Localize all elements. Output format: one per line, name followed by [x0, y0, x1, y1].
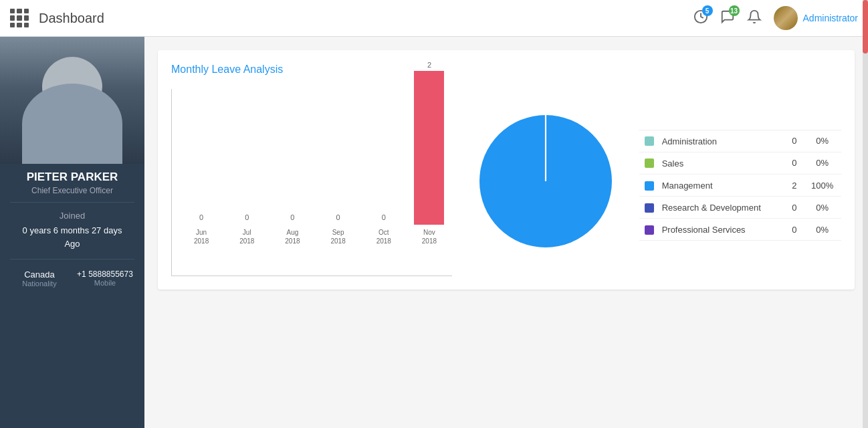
legend-name-text: Administration [662, 136, 717, 146]
header: Dashboard 5 13 Administrator [0, 0, 868, 37]
legend: Administration 0 0% Sales 0 0% Managemen… [639, 124, 841, 241]
bar-value: 2 [427, 61, 431, 69]
legend-count: 0 [786, 197, 804, 219]
legend-row: Management 2 100% [639, 174, 841, 196]
legend-percent: 0% [803, 219, 841, 241]
legend-color-dot [645, 203, 654, 213]
legend-dept-name: Professional Services [639, 219, 786, 241]
legend-count: 0 [786, 152, 804, 174]
profile-job-title: Chief Executive Officer [0, 186, 144, 202]
legend-dept-name: Sales [639, 152, 786, 174]
legend-row: Sales 0 0% [639, 152, 841, 174]
bar-label: Aug2018 [285, 228, 300, 245]
legend-row: Research & Development 0 0% [639, 197, 841, 219]
nationality-label: Nationality [7, 280, 72, 288]
chart-title: Monthly Leave Analysis [171, 64, 841, 76]
joined-duration: 0 years 6 months 27 days [0, 224, 144, 239]
legend-color-dot [645, 136, 654, 146]
joined-label: Joined [0, 203, 144, 224]
bar-value: 0 [382, 213, 386, 221]
bar-value: 0 [290, 213, 294, 221]
profile-name: PIETER PARKER [0, 164, 144, 186]
legend-name-text: Professional Services [662, 225, 746, 235]
legend-color-dot [645, 158, 654, 168]
chart-area: 0 Jun2018 0 Jul2018 0 Aug2018 0 Sep2018 … [171, 89, 841, 276]
legend-row: Professional Services 0 0% [639, 219, 841, 241]
legend-header-pct [803, 124, 841, 130]
pie-chart [472, 108, 619, 257]
scrollbar[interactable] [863, 0, 868, 428]
bar-label: Sep2018 [330, 228, 345, 245]
header-actions: 5 13 Administrator [693, 6, 858, 30]
page-title: Dashboard [39, 11, 693, 26]
user-menu[interactable]: Administrator [774, 6, 858, 30]
bell-icon [747, 9, 762, 24]
mobile-label: Mobile [72, 279, 138, 287]
legend-row: Administration 0 0% [639, 130, 841, 152]
legend-header-count [786, 124, 804, 130]
legend-name-text: Research & Development [662, 203, 761, 213]
legend-count: 2 [786, 174, 804, 196]
chat-badge: 13 [729, 5, 740, 16]
bar-label: Nov2018 [422, 228, 437, 245]
legend-dept-name: Management [639, 174, 786, 196]
bar-value: 0 [199, 213, 203, 221]
bar-group: 0 Jun2018 [179, 213, 224, 245]
legend-percent: 100% [803, 174, 841, 196]
legend-color-dot [645, 225, 654, 235]
bar-rect [368, 223, 399, 225]
bar-rect [232, 223, 262, 225]
legend-count: 0 [786, 219, 804, 241]
chart-card: Monthly Leave Analysis 0 Jun2018 0 Jul20… [158, 50, 855, 290]
legend-count: 0 [786, 130, 804, 152]
legend-name-text: Management [662, 181, 713, 191]
bar-group: 0 Sep2018 [316, 213, 361, 245]
grid-menu-icon[interactable] [10, 9, 29, 27]
sidebar: PIETER PARKER Chief Executive Officer Jo… [0, 37, 144, 428]
bar-label: Oct2018 [376, 228, 391, 245]
bar-group: 0 Jul2018 [224, 213, 269, 245]
bar-chart: 0 Jun2018 0 Jul2018 0 Aug2018 0 Sep2018 … [171, 89, 452, 276]
bar-group: 0 Oct2018 [361, 213, 407, 245]
legend-percent: 0% [803, 130, 841, 152]
profile-photo [0, 37, 144, 164]
joined-ago: Ago [0, 239, 144, 259]
mobile-value: +1 5888855673 [72, 270, 138, 279]
bar-group: 0 Aug2018 [269, 213, 315, 245]
legend-percent: 0% [803, 197, 841, 219]
legend-color-dot [645, 181, 654, 191]
bar-value: 0 [336, 213, 340, 221]
clock-icon-wrap[interactable]: 5 [693, 9, 708, 27]
legend-dept-name: Research & Development [639, 197, 786, 219]
chat-icon-wrap[interactable]: 13 [720, 9, 735, 27]
avatar [774, 6, 798, 30]
nationality-value: Canada [7, 270, 72, 280]
bar-rect [187, 223, 217, 225]
bar-rect [414, 71, 444, 225]
bar-rect [323, 223, 353, 225]
content-area: Monthly Leave Analysis 0 Jun2018 0 Jul20… [144, 37, 868, 428]
scrollbar-thumb[interactable] [863, 0, 868, 54]
main-layout: PIETER PARKER Chief Executive Officer Jo… [0, 37, 868, 428]
bar-group: 2 Nov2018 [407, 61, 452, 245]
legend-percent: 0% [803, 152, 841, 174]
legend-dept-name: Administration [639, 130, 786, 152]
bar-label: Jun2018 [194, 228, 209, 245]
legend-name-text: Sales [662, 158, 684, 169]
username-label: Administrator [803, 13, 858, 23]
bar-label: Jul2018 [239, 228, 254, 245]
clock-badge: 5 [702, 5, 713, 16]
legend-header-dept [639, 124, 786, 130]
bar-value: 0 [245, 213, 249, 221]
bar-rect [278, 223, 308, 225]
bell-icon-wrap[interactable] [747, 9, 762, 27]
